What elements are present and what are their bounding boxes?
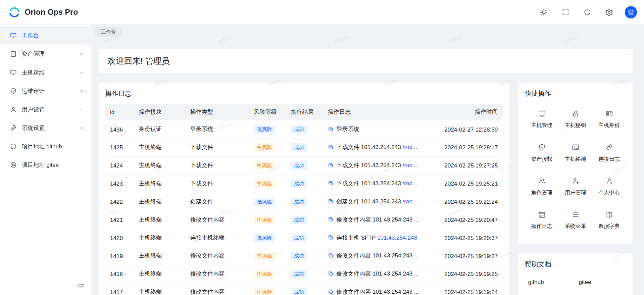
table-row: 1421主机终端修改文件内容中风险成功修改文件内容 101.43.254.243…: [105, 211, 503, 229]
copy-icon[interactable]: [328, 253, 334, 258]
copy-icon[interactable]: [328, 126, 334, 132]
table-row: 1425主机终端下载文件中风险成功下载文件 101.43.254.243 /ro…: [105, 138, 503, 156]
help-link-gitee[interactable]: gitee: [576, 279, 626, 285]
cell-risk: 低风险: [249, 229, 286, 247]
cell-module: 主机终端: [134, 175, 185, 193]
log-link[interactable]: 101.43.254.243: [377, 234, 417, 241]
sidebar-item-workbench[interactable]: 工作台: [0, 26, 91, 45]
copy-icon[interactable]: [328, 216, 334, 222]
collapse-sidebar-button[interactable]: [78, 283, 85, 290]
cell-type: 修改文件内容: [185, 265, 249, 283]
sidebar-item-user-settings[interactable]: 用户设置: [0, 100, 91, 119]
app-root: Orion Ops Pro 管 工作台资产管理主机运维运维审计用户设置系统设置项…: [0, 0, 644, 295]
quick-action-operation-log[interactable]: 操作日志: [525, 203, 558, 237]
quick-action-role-manage[interactable]: 角色管理: [525, 169, 558, 203]
cell-risk: 低风险: [249, 120, 286, 139]
refresh-button[interactable]: [583, 8, 591, 16]
log-link[interactable]: /roo...: [403, 144, 417, 150]
settings-button[interactable]: [605, 8, 613, 16]
log-text: 修改文件内容 101.43.254.243 ...: [336, 288, 419, 295]
theme-toggle-button[interactable]: [540, 8, 548, 16]
cell-log: 登录系统: [323, 120, 429, 139]
quick-action-host-terminal[interactable]: 主机终端: [558, 136, 592, 169]
column-header: 操作时间: [429, 104, 503, 120]
copy-icon[interactable]: [328, 162, 334, 168]
copy-icon[interactable]: [328, 198, 334, 204]
page-content: 欢迎回来! 管理员 操作日志 id操作模块操作类型风险等级执行结果操作日志操作时…: [91, 37, 644, 295]
fullscreen-button[interactable]: [561, 8, 569, 16]
sidebar-item-label: 资产管理: [22, 50, 74, 58]
cell-module: 主机终端: [134, 265, 185, 283]
chevron-down-icon: [79, 125, 84, 131]
sidebar-item-system-settings[interactable]: 系统设置: [0, 119, 91, 137]
operation-log-card: 操作日志 id操作模块操作类型风险等级执行结果操作日志操作时间 1436身份认证…: [99, 83, 509, 295]
table-row: 1424主机终端下载文件中风险成功下载文件 101.43.254.243 /ro…: [105, 156, 503, 175]
sidebar-item-host-ops[interactable]: 主机运维: [0, 63, 91, 82]
cell-module: 主机终端: [134, 138, 185, 156]
cell-module: 主机终端: [134, 156, 185, 175]
quick-action-system-menu[interactable]: 系统菜单: [558, 203, 592, 237]
tab-bar: 工作台: [91, 24, 644, 37]
result-badge: 成功: [291, 252, 307, 260]
app-logo[interactable]: Orion Ops Pro: [0, 6, 78, 18]
quick-action-label: 连接日志: [598, 155, 620, 162]
quick-actions-card: 快捷操作 主机管理主机秘钥主机身份资产授权主机终端连接日志角色管理用户管理个人中…: [518, 83, 633, 244]
copy-icon[interactable]: [328, 289, 334, 294]
cell-module: 身份认证: [134, 120, 185, 139]
log-text: 登录系统: [336, 126, 359, 132]
cell-type: 修改文件内容: [185, 247, 249, 265]
sidebar-item-asset-manage[interactable]: 资产管理: [0, 45, 91, 63]
log-link[interactable]: /roo...: [403, 162, 417, 168]
log-link[interactable]: /roo...: [403, 198, 417, 205]
help-docs-title: 帮助文档: [525, 260, 626, 269]
quick-action-data-dict[interactable]: 数据字典: [592, 203, 626, 237]
quick-action-host-key[interactable]: 主机秘钥: [558, 102, 592, 136]
sidebar-item-label: 系统设置: [22, 124, 74, 132]
table-row: 1423主机终端下载文件中风险成功下载文件 101.43.254.243 /ro…: [105, 175, 503, 193]
help-link-github[interactable]: github: [525, 279, 576, 285]
sidebar-item-gitee[interactable]: 项目地址 gitee: [0, 156, 91, 174]
risk-badge: 中风险: [254, 270, 275, 278]
quick-action-label: 个人中心: [598, 189, 620, 196]
cell-log: 修改文件内容 101.43.254.243 ...: [323, 265, 429, 283]
copy-icon[interactable]: [328, 235, 334, 240]
cell-id: 1421: [105, 211, 134, 229]
cell-time: 2024-02-25 19:27:25: [429, 156, 503, 175]
user-icon: [605, 177, 613, 185]
help-links: githubgitee: [525, 279, 626, 285]
quick-action-host-identity[interactable]: 主机身份: [592, 102, 626, 136]
sidebar-item-github[interactable]: 项目地址 github: [0, 137, 91, 156]
table-row: 1422主机终端创建文件低风险成功创建文件 101.43.254.243 /ro…: [105, 193, 503, 211]
copy-icon[interactable]: [328, 180, 334, 186]
quick-actions-grid: 主机管理主机秘钥主机身份资产授权主机终端连接日志角色管理用户管理个人中心操作日志…: [525, 102, 626, 237]
cell-time: 2024-02-25 19:22:24: [429, 193, 503, 211]
copy-icon[interactable]: [328, 144, 334, 150]
sidebar-item-label: 运维审计: [22, 87, 74, 95]
copy-icon[interactable]: [328, 271, 334, 277]
quick-action-asset-grant[interactable]: 资产授权: [525, 136, 558, 169]
cell-id: 1417: [105, 283, 134, 295]
quick-action-label: 系统菜单: [565, 223, 586, 230]
cell-type: 下载文件: [185, 138, 249, 156]
cell-log: 下载文件 101.43.254.243 /roo...: [323, 156, 429, 175]
log-link[interactable]: /roo...: [403, 180, 417, 187]
quick-action-label: 操作日志: [531, 223, 552, 230]
tab-workbench[interactable]: 工作台: [95, 27, 121, 37]
welcome-card: 欢迎回来! 管理员: [99, 49, 633, 73]
table-row: 1436身份认证登录系统低风险成功登录系统2024-02-27 12:28:59: [105, 120, 503, 139]
result-badge: 成功: [291, 180, 307, 188]
shield-icon: [538, 143, 546, 151]
quick-action-user-manage[interactable]: 用户管理: [558, 169, 592, 203]
sidebar-item-label: 用户设置: [22, 106, 74, 113]
content-row: 操作日志 id操作模块操作类型风险等级执行结果操作日志操作时间 1436身份认证…: [99, 83, 633, 295]
operation-log-title: 操作日志: [105, 89, 503, 98]
quick-action-host-manage[interactable]: 主机管理: [525, 102, 558, 136]
quick-action-personal-center[interactable]: 个人中心: [592, 169, 626, 203]
sidebar-item-ops-audit[interactable]: 运维审计: [0, 82, 91, 100]
quick-action-connect-log[interactable]: 连接日志: [592, 136, 626, 169]
result-badge: 成功: [291, 143, 307, 151]
cell-result: 成功: [286, 211, 323, 229]
cell-time: 2024-02-25 19:19:24: [429, 283, 503, 295]
user-avatar[interactable]: 管: [625, 6, 637, 18]
monitor-icon: [10, 32, 17, 39]
